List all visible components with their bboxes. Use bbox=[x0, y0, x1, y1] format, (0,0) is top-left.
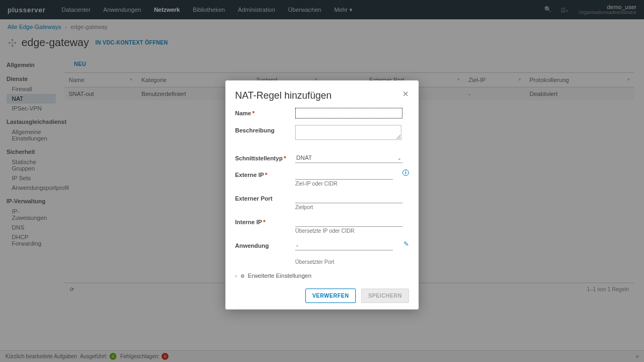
lbl-ext-port: Externer Port bbox=[235, 193, 295, 202]
advanced-settings-toggle[interactable]: › Erweiterte Einstellungen bbox=[235, 272, 409, 279]
lbl-ext-ip: Externe IP* bbox=[235, 169, 295, 178]
hint-app: Übersetzter Port bbox=[295, 259, 409, 265]
select-interface-type[interactable]: DNAT ⌄ bbox=[295, 153, 402, 163]
hint-ext-ip: Ziel-IP oder CIDR bbox=[295, 181, 409, 187]
lbl-app: Anwendung bbox=[235, 240, 295, 249]
hint-ext-port: Zielport bbox=[295, 204, 409, 210]
lbl-iface: Schnittstellentyp* bbox=[235, 153, 295, 161]
lbl-int-ip: Interne IP* bbox=[235, 217, 295, 225]
lbl-name: Name* bbox=[235, 108, 295, 116]
application-value[interactable]: - bbox=[295, 240, 393, 250]
input-description[interactable] bbox=[295, 125, 401, 140]
input-external-port[interactable] bbox=[295, 193, 402, 203]
edit-icon[interactable]: ✎ bbox=[404, 240, 409, 248]
select-value: DNAT bbox=[296, 154, 312, 161]
chevron-right-icon: › bbox=[235, 272, 237, 279]
save-button: SPEICHERN bbox=[361, 289, 409, 303]
discard-button[interactable]: VERWERFEN bbox=[305, 289, 356, 303]
input-name[interactable] bbox=[295, 108, 402, 119]
gear-icon bbox=[240, 273, 245, 279]
modal-backdrop[interactable]: ✕ NAT-Regel hinzufügen Name* Beschreibun… bbox=[0, 0, 644, 362]
lbl-desc: Beschreibung bbox=[235, 125, 295, 134]
input-external-ip[interactable] bbox=[295, 169, 393, 180]
close-icon[interactable]: ✕ bbox=[402, 90, 409, 98]
chevron-down-icon: ⌄ bbox=[397, 155, 401, 161]
add-nat-rule-dialog: ✕ NAT-Regel hinzufügen Name* Beschreibun… bbox=[225, 80, 419, 309]
hint-int-ip: Übersetzte IP oder CIDR bbox=[295, 228, 409, 234]
dialog-title: NAT-Regel hinzufügen bbox=[235, 90, 409, 101]
advanced-label: Erweiterte Einstellungen bbox=[248, 272, 312, 279]
info-icon[interactable]: i bbox=[402, 169, 409, 176]
input-internal-ip[interactable] bbox=[295, 217, 402, 227]
